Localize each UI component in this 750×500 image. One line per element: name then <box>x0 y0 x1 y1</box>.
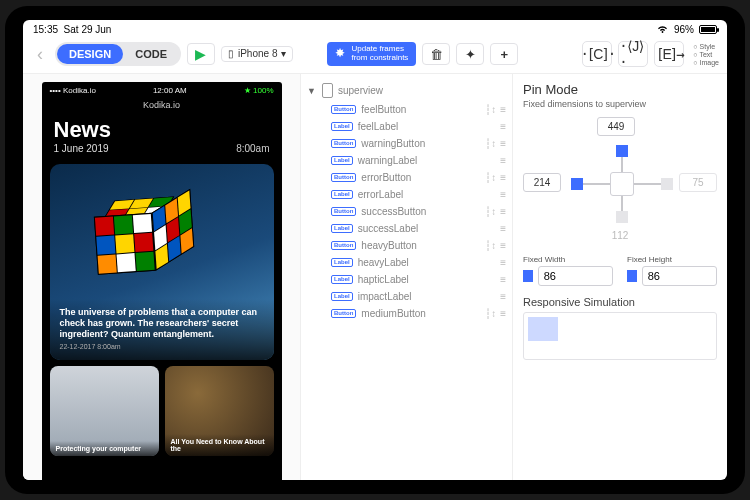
constraint-icon[interactable]: ┆↕ <box>485 206 496 217</box>
tree-item[interactable]: ButtonsuccessButton┆↕≡ <box>305 203 508 220</box>
tree-item[interactable]: LabelheavyLabel≡ <box>305 254 508 271</box>
tree-item-actions[interactable]: ┆↕≡ <box>485 138 506 149</box>
align-j-button[interactable]: ·⟨J⟩· <box>618 41 648 67</box>
menu-icon[interactable]: ≡ <box>500 206 506 217</box>
card-2[interactable]: All You Need to Know About the <box>165 366 274 456</box>
add-button[interactable]: + <box>490 43 518 65</box>
pin-right-value[interactable]: 75 <box>679 173 717 192</box>
menu-icon[interactable]: ≡ <box>500 257 506 268</box>
pin-mode-subtitle: Fixed dimensions to superview <box>523 99 717 109</box>
constraint-icon[interactable]: ┆↕ <box>485 104 496 115</box>
main-toolbar: ‹ DESIGN CODE ▶ ▯ iPhone 8 ▾ ✸ Update fr… <box>23 39 727 74</box>
pin-top-toggle[interactable] <box>616 145 628 157</box>
segment-code[interactable]: CODE <box>123 44 179 64</box>
tree-item[interactable]: LabelsuccessLabel≡ <box>305 220 508 237</box>
menu-icon[interactable]: ≡ <box>500 172 506 183</box>
fill-type-radios[interactable]: Style Text Image <box>693 43 719 66</box>
tree-item-actions[interactable]: ≡ <box>500 291 506 302</box>
tree-item-label: heavyButton <box>361 240 480 251</box>
tree-item-label: successButton <box>361 206 480 217</box>
radio-style[interactable]: Style <box>693 43 719 50</box>
responsive-sim-box[interactable] <box>523 312 717 360</box>
pin-right-toggle[interactable] <box>661 178 673 190</box>
tree-item-actions[interactable]: ≡ <box>500 257 506 268</box>
tree-item[interactable]: ButtonmediumButton┆↕≡ <box>305 305 508 322</box>
magic-button[interactable]: ✦ <box>456 43 484 65</box>
phone-preview[interactable]: •••• Kodika.io 12:00 AM ★ 100% Kodika.io… <box>42 82 282 480</box>
segment-design[interactable]: DESIGN <box>57 44 123 64</box>
tree-item-actions[interactable]: ┆↕≡ <box>485 206 506 217</box>
menu-icon[interactable]: ≡ <box>500 138 506 149</box>
pin-bottom-toggle[interactable] <box>616 211 628 223</box>
gear-icon: ✸ <box>335 47 345 60</box>
delete-button[interactable]: 🗑 <box>422 43 450 65</box>
tree-item-actions[interactable]: ≡ <box>500 274 506 285</box>
pin-left-toggle[interactable] <box>571 178 583 190</box>
tree-item-label: heavyLabel <box>358 257 495 268</box>
pin-top-value[interactable]: 449 <box>597 117 635 136</box>
fixed-width-toggle[interactable] <box>523 270 533 282</box>
mode-segmented[interactable]: DESIGN CODE <box>55 42 181 66</box>
tree-root[interactable]: ▼ superview <box>305 80 508 101</box>
radio-image[interactable]: Image <box>693 59 719 66</box>
tree-item-actions[interactable]: ┆↕≡ <box>485 240 506 251</box>
device-selector[interactable]: ▯ iPhone 8 ▾ <box>221 46 293 62</box>
button-tag: Button <box>331 309 356 319</box>
back-button[interactable]: ‹ <box>31 41 49 67</box>
menu-icon[interactable]: ≡ <box>500 189 506 200</box>
tree-item-actions[interactable]: ≡ <box>500 121 506 132</box>
constraint-icon[interactable]: ┆↕ <box>485 138 496 149</box>
constraint-icon[interactable]: ┆↕ <box>485 240 496 251</box>
tree-item-label: errorLabel <box>358 189 495 200</box>
wifi-icon <box>656 25 669 34</box>
tree-item[interactable]: ButtonfeelButton┆↕≡ <box>305 101 508 118</box>
tree-item[interactable]: ButtonerrorButton┆↕≡ <box>305 169 508 186</box>
radio-text[interactable]: Text <box>693 51 719 58</box>
pin-left-value[interactable]: 214 <box>523 173 561 192</box>
align-c-button[interactable]: ·[C]· <box>582 41 612 67</box>
tree-item-actions[interactable]: ≡ <box>500 189 506 200</box>
menu-icon[interactable]: ≡ <box>500 155 506 166</box>
tree-item[interactable]: LabelhapticLabel≡ <box>305 271 508 288</box>
menu-icon[interactable]: ≡ <box>500 121 506 132</box>
menu-icon[interactable]: ≡ <box>500 240 506 251</box>
menu-icon[interactable]: ≡ <box>500 291 506 302</box>
tree-item-actions[interactable]: ≡ <box>500 155 506 166</box>
card-1-caption: Protecting your computer <box>50 441 159 456</box>
chevron-down-icon: ▾ <box>281 49 286 59</box>
menu-icon[interactable]: ≡ <box>500 274 506 285</box>
tree-item-actions[interactable]: ┆↕≡ <box>485 172 506 183</box>
card-1[interactable]: Protecting your computer <box>50 366 159 456</box>
play-button[interactable]: ▶ <box>187 43 215 65</box>
tree-item-actions[interactable]: ┆↕≡ <box>485 308 506 319</box>
tree-item-actions[interactable]: ≡ <box>500 223 506 234</box>
fixed-width-label: Fixed Width <box>523 255 613 264</box>
update-frames-button[interactable]: ✸ Update framesfrom constraints <box>327 42 416 66</box>
tree-item[interactable]: LabelfeelLabel≡ <box>305 118 508 135</box>
tree-item-label: warningButton <box>361 138 480 149</box>
constraint-icon[interactable]: ┆↕ <box>485 308 496 319</box>
pin-mode-title: Pin Mode <box>523 82 717 97</box>
menu-icon[interactable]: ≡ <box>500 104 506 115</box>
align-e-button[interactable]: [E]→ <box>654 41 684 67</box>
tree-item[interactable]: LabelerrorLabel≡ <box>305 186 508 203</box>
button-tag: Button <box>331 173 356 183</box>
pin-bottom-value[interactable]: 112 <box>601 227 639 244</box>
tree-item[interactable]: LabelwarningLabel≡ <box>305 152 508 169</box>
hero-card[interactable]: The universe of problems that a computer… <box>50 164 274 360</box>
status-date: Sat 29 Jun <box>64 24 112 35</box>
menu-icon[interactable]: ≡ <box>500 308 506 319</box>
caret-down-icon[interactable]: ▼ <box>307 86 317 96</box>
tree-item-label: errorButton <box>361 172 480 183</box>
fixed-height-toggle[interactable] <box>627 270 637 282</box>
tree-item-actions[interactable]: ┆↕≡ <box>485 104 506 115</box>
tree-root-label: superview <box>338 85 506 96</box>
tree-item[interactable]: ButtonheavyButton┆↕≡ <box>305 237 508 254</box>
constraint-icon[interactable]: ┆↕ <box>485 172 496 183</box>
label-tag: Label <box>331 292 353 302</box>
menu-icon[interactable]: ≡ <box>500 223 506 234</box>
tree-item[interactable]: LabelimpactLabel≡ <box>305 288 508 305</box>
fixed-height-input[interactable] <box>642 266 717 286</box>
fixed-width-input[interactable] <box>538 266 613 286</box>
tree-item[interactable]: ButtonwarningButton┆↕≡ <box>305 135 508 152</box>
